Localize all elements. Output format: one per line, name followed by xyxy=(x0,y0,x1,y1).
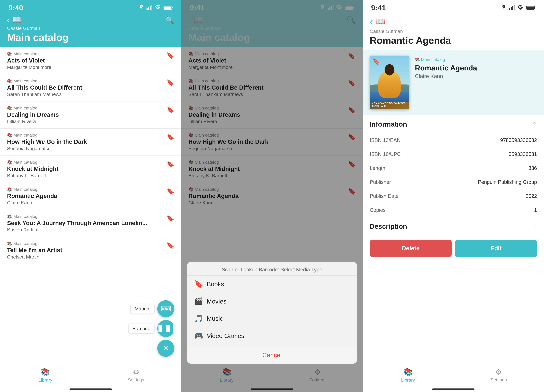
close-fab-button[interactable]: ✕ xyxy=(157,340,174,357)
signal-icon xyxy=(146,5,152,11)
svg-rect-5 xyxy=(164,6,171,9)
list-item[interactable]: 📚 Main catalog Romantic Agenda Claire Ka… xyxy=(0,183,181,210)
panel-book-detail: 9:41 ‹ 📖 Cassie Gutman Romantic Agenda xyxy=(363,0,544,392)
manual-fab-button[interactable]: ⌨ xyxy=(157,300,174,317)
list-item[interactable]: 📚 Main catalog Dealing in Dreams Lilliam… xyxy=(0,101,181,128)
home-indicator-3 xyxy=(363,386,544,392)
video-games-icon: 🎮 xyxy=(194,331,202,340)
book-title: How High We Go in the Dark xyxy=(7,138,166,145)
book-title: Dealing in Dreams xyxy=(7,111,166,118)
catalog-text: Main catalog xyxy=(13,106,37,110)
wifi-icon xyxy=(154,4,161,11)
book-title: Romantic Agenda xyxy=(7,193,166,199)
modal-item-books[interactable]: 🔖 Books xyxy=(187,276,357,293)
battery-icon xyxy=(164,5,173,11)
detail-body: 🔖 The Romantic Agenda CLAIRE KANN 📚 Main… xyxy=(363,50,544,364)
book-catalog-tag: 📚 Main catalog xyxy=(415,57,537,62)
book-author: Lilliam Rivera xyxy=(7,119,166,124)
catalog-icon-detail: 📚 xyxy=(415,57,420,62)
panel-main-catalog-modal: 9:41 ‹ 📖 🔍 Cassie Gutman Main catalog 📚 … xyxy=(181,0,363,392)
bookmark-icon: 🔖 xyxy=(166,79,174,86)
book-item-content: 📚 Main catalog How High We Go in the Dar… xyxy=(7,133,166,151)
information-section-header[interactable]: Information ⌃ xyxy=(363,115,544,133)
tab-library-1[interactable]: 📚 Library xyxy=(0,364,91,386)
barcode-label[interactable]: Barcode xyxy=(128,324,154,334)
location-icon xyxy=(139,4,144,12)
catalog-text: Main catalog xyxy=(13,133,37,138)
list-item[interactable]: 📚 Main catalog Acts of Violet Margarita … xyxy=(0,47,181,74)
description-chevron-icon: ˅ xyxy=(534,223,537,230)
search-button-1[interactable]: 🔍 xyxy=(165,16,174,24)
information-title: Information xyxy=(370,120,407,128)
list-item[interactable]: 📚 Main catalog Tell Me I'm an Artist Che… xyxy=(0,237,181,264)
isbn13-row: ISBN 13/EAN 9780593336632 xyxy=(363,133,544,147)
list-item[interactable]: 📚 Main catalog All This Could Be Differe… xyxy=(0,74,181,101)
library-tab-label-1: Library xyxy=(38,377,52,383)
book-author: Sequoia Nagamatsu xyxy=(7,146,166,151)
tab-library-3[interactable]: 📚 Library xyxy=(363,364,453,386)
book-author: Chelsea Martin xyxy=(7,254,166,260)
publish-date-value: 2022 xyxy=(526,193,537,199)
catalog-text: Main catalog xyxy=(13,187,37,192)
fab-row-manual: Manual ⌨ xyxy=(130,300,174,317)
library-tab-icon-1: 📚 xyxy=(41,368,50,376)
book-item-content: 📚 Main catalog Seek You: A Journey Throu… xyxy=(7,214,166,233)
music-label: Music xyxy=(207,315,223,322)
book-catalog-label: 📚 Main catalog xyxy=(7,52,166,56)
list-item[interactable]: 📚 Main catalog How High We Go in the Dar… xyxy=(0,128,181,156)
cancel-button[interactable]: Cancel xyxy=(187,346,357,364)
information-section: Information ⌃ ISBN 13/EAN 9780593336632 … xyxy=(363,115,544,217)
modal-item-music[interactable]: 🎵 Music xyxy=(187,310,357,327)
back-button-1[interactable]: ‹ xyxy=(7,16,9,24)
book-item-content: 📚 Main catalog Tell Me I'm an Artist Che… xyxy=(7,241,166,260)
length-label: Length xyxy=(370,165,385,171)
header-title-1: Main catalog xyxy=(7,32,174,43)
modal-item-movies[interactable]: 🎬 Movies xyxy=(187,293,357,310)
svg-rect-2 xyxy=(150,6,151,10)
status-icons-1 xyxy=(139,4,173,12)
manual-label[interactable]: Manual xyxy=(130,304,154,314)
list-item[interactable]: 📚 Main catalog Seek You: A Journey Throu… xyxy=(0,210,181,237)
detail-header-nav: ‹ 📖 xyxy=(370,16,537,27)
settings-tab-label-1: Settings xyxy=(128,377,144,383)
detail-header: ‹ 📖 Cassie Gutman Romantic Agenda xyxy=(363,14,544,50)
catalog-text: Main catalog xyxy=(13,160,37,165)
book-info-side: 📚 Main catalog Romantic Agenda Claire Ka… xyxy=(415,56,537,79)
book-catalog-label: 📚 Main catalog xyxy=(7,160,166,165)
tab-settings-1[interactable]: ⚙ Settings xyxy=(91,364,181,386)
tab-settings-3[interactable]: ⚙ Settings xyxy=(453,364,544,386)
book-item-content: 📚 Main catalog Knock at Midnight Brittan… xyxy=(7,160,166,178)
delete-button[interactable]: Delete xyxy=(370,240,452,257)
publisher-row: Publisher Penguin Publishing Group xyxy=(363,175,544,189)
book-catalog-label: 📚 Main catalog xyxy=(7,106,166,110)
location-icon-3 xyxy=(501,4,506,12)
fab-container: Manual ⌨ Barcode ▐▌▐▌▐ ✕ xyxy=(128,300,174,357)
description-header[interactable]: Description ˅ xyxy=(363,218,544,235)
copies-value: 1 xyxy=(534,207,537,213)
modal-item-video-games[interactable]: 🎮 Video Games xyxy=(187,327,357,344)
barcode-fab-button[interactable]: ▐▌▐▌▐ xyxy=(157,320,174,337)
library-tab-label-3: Library xyxy=(401,377,415,383)
book-title: Acts of Violet xyxy=(7,57,166,64)
wifi-icon-3 xyxy=(517,4,524,11)
detail-back-button[interactable]: ‹ xyxy=(370,16,373,27)
copies-label: Copies xyxy=(370,207,385,213)
library-header-icon-1: 📖 xyxy=(12,16,21,24)
library-tab-icon-3: 📚 xyxy=(403,368,413,376)
book-title: All This Could Be Different xyxy=(7,84,166,91)
header-1: ‹ 📖 🔍 Cassie Gutman Main catalog xyxy=(0,14,181,47)
fab-row-close: ✕ xyxy=(157,340,174,357)
edit-button[interactable]: Edit xyxy=(455,240,537,257)
list-item[interactable]: 📚 Main catalog Knock at Midnight Brittan… xyxy=(0,156,181,183)
signal-icon-3 xyxy=(509,5,515,11)
book-cover: 🔖 The Romantic Agenda CLAIRE KANN xyxy=(370,56,409,109)
catalog-icon: 📚 xyxy=(7,79,12,83)
status-time-3: 9:41 xyxy=(371,4,386,12)
book-title: Seek You: A Journey Through American Lon… xyxy=(7,220,166,226)
publisher-value: Penguin Publishing Group xyxy=(478,179,537,185)
home-indicator-1 xyxy=(0,386,181,392)
tab-bar-3: 📚 Library ⚙ Settings xyxy=(363,364,544,386)
settings-tab-icon-3: ⚙ xyxy=(495,368,502,376)
svg-rect-3 xyxy=(151,5,152,11)
description-title: Description xyxy=(370,223,407,230)
